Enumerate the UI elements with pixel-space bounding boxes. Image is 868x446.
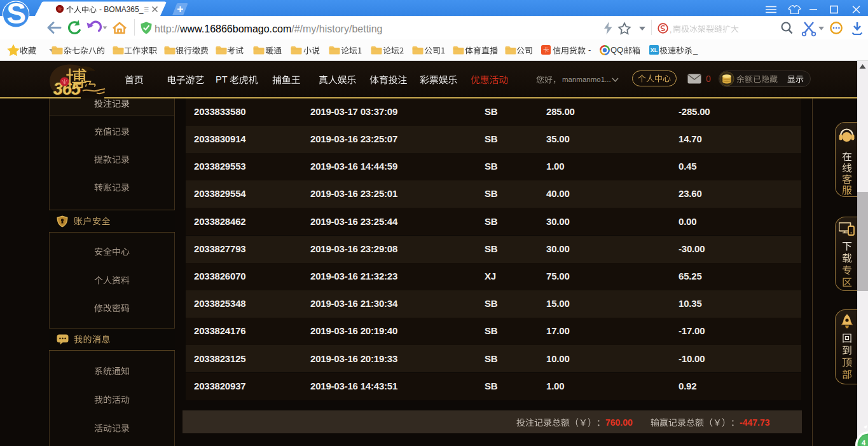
svg-text:4: 4 [862, 439, 866, 446]
svg-text:S: S [6, 0, 26, 29]
svg-text:XL: XL [651, 47, 658, 53]
